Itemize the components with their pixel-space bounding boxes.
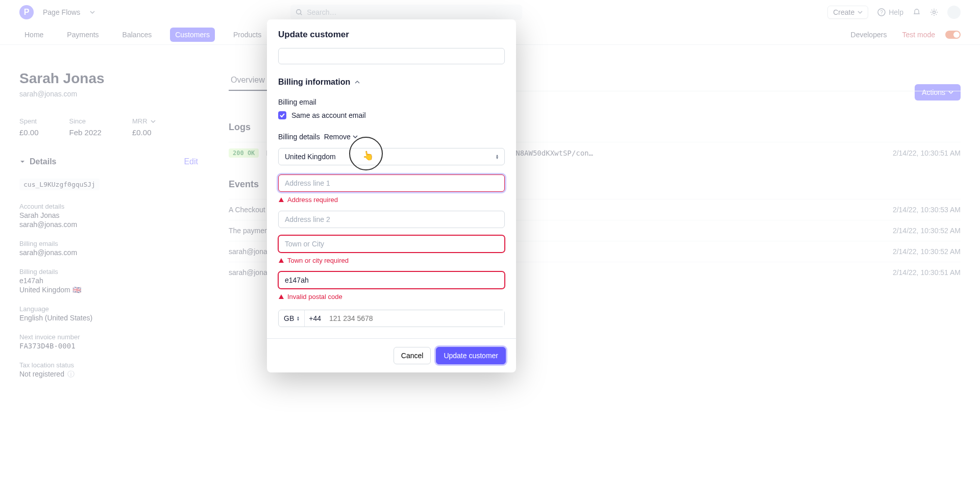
remove-label: Remove [324, 133, 351, 141]
check-icon [280, 113, 285, 118]
city-input[interactable] [278, 235, 505, 253]
same-as-checkbox[interactable] [278, 111, 286, 119]
collapsed-field[interactable] [278, 48, 505, 64]
select-sort-icon: ▴▾ [496, 154, 498, 159]
phone-input[interactable] [325, 310, 504, 327]
warning-icon [278, 197, 284, 203]
chevron-down-icon [353, 134, 358, 139]
postal-error: Invalid postal code [278, 293, 505, 301]
address-line-1-input[interactable] [278, 174, 505, 192]
country-select[interactable]: United Kingdom ▴▾ [278, 148, 505, 165]
same-as-label: Same as account email [291, 111, 366, 119]
country-code-value: GB [284, 314, 294, 322]
warning-icon [278, 294, 284, 300]
country-code-select[interactable]: GB ▴▾ [279, 310, 305, 327]
billing-email-label: Billing email [278, 98, 505, 106]
phone-input-group: GB ▴▾ +44 [278, 310, 505, 327]
update-customer-button[interactable]: Update customer [436, 347, 506, 364]
remove-button[interactable]: Remove [324, 133, 358, 141]
update-customer-modal: Update customer Billing information Bill… [267, 19, 516, 372]
address-line-2-input[interactable] [278, 211, 505, 228]
address-error: Address required [278, 196, 505, 204]
phone-prefix: +44 [305, 310, 325, 327]
postal-input[interactable] [278, 271, 505, 289]
chevron-up-icon [354, 79, 360, 85]
country-value: United Kingdom [285, 153, 336, 161]
select-sort-icon: ▴▾ [297, 316, 299, 321]
billing-info-label: Billing information [278, 78, 350, 87]
billing-info-section[interactable]: Billing information [278, 78, 505, 87]
modal-title: Update customer [267, 19, 516, 46]
billing-details-label: Billing details [278, 133, 320, 141]
cancel-button[interactable]: Cancel [394, 347, 431, 364]
city-error: Town or city required [278, 257, 505, 264]
warning-icon [278, 258, 284, 264]
